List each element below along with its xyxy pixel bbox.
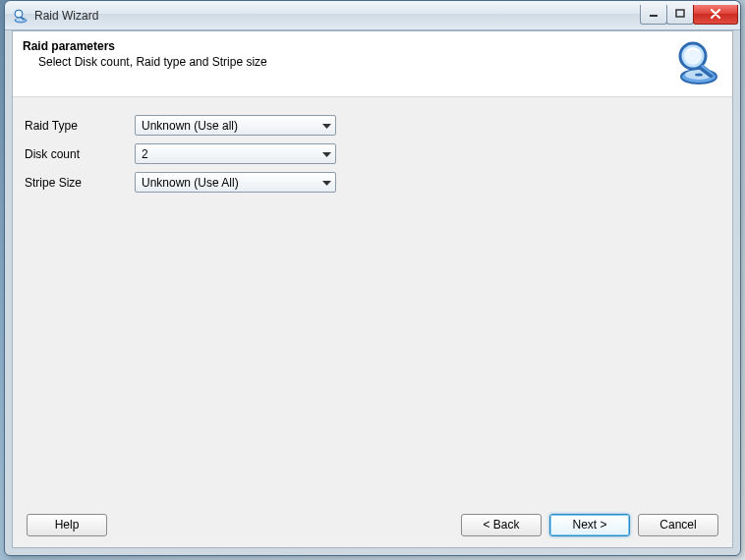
- chevron-down-icon: [322, 176, 331, 190]
- wizard-body: Raid Type Unknown (Use all) Disk count 2: [13, 97, 732, 502]
- raid-type-label: Raid Type: [25, 119, 135, 133]
- svg-point-3: [16, 11, 21, 16]
- disk-count-select[interactable]: 2: [135, 143, 336, 164]
- stripe-size-select[interactable]: Unknown (Use All): [135, 172, 336, 193]
- page-subtitle: Select Disk count, Raid type and Stripe …: [38, 55, 667, 69]
- raid-type-select[interactable]: Unknown (Use all): [135, 115, 336, 136]
- raid-type-value: Unknown (Use all): [142, 119, 238, 133]
- svg-rect-5: [650, 15, 658, 17]
- cancel-button[interactable]: Cancel: [638, 514, 718, 536]
- window-controls: [641, 5, 738, 25]
- titlebar[interactable]: Raid Wizard: [5, 1, 740, 30]
- next-button[interactable]: Next >: [549, 514, 630, 536]
- raid-type-row: Raid Type Unknown (Use all): [25, 115, 720, 136]
- disk-count-label: Disk count: [25, 147, 135, 161]
- stripe-size-row: Stripe Size Unknown (Use All): [25, 172, 720, 193]
- window-title: Raid Wizard: [34, 9, 98, 23]
- help-button[interactable]: Help: [27, 514, 107, 536]
- wizard-footer: Help < Back Next > Cancel: [13, 502, 732, 547]
- app-icon: [13, 8, 29, 24]
- svg-point-9: [695, 73, 703, 76]
- disk-count-value: 2: [142, 147, 148, 161]
- svg-point-11: [684, 47, 702, 65]
- maximize-button[interactable]: [666, 5, 694, 25]
- wizard-window: Raid Wizard Raid parameters Select Disk …: [4, 0, 741, 556]
- magnifier-disc-icon: [675, 39, 722, 86]
- svg-rect-6: [676, 10, 684, 17]
- chevron-down-icon: [322, 119, 331, 133]
- stripe-size-label: Stripe Size: [25, 176, 135, 190]
- disk-count-row: Disk count 2: [25, 143, 720, 164]
- wizard-header: Raid parameters Select Disk count, Raid …: [13, 31, 732, 97]
- minimize-button[interactable]: [640, 5, 667, 25]
- close-button[interactable]: [693, 5, 738, 25]
- page-title: Raid parameters: [23, 39, 667, 53]
- back-button[interactable]: < Back: [461, 514, 542, 536]
- chevron-down-icon: [322, 147, 331, 161]
- client-area: Raid parameters Select Disk count, Raid …: [12, 30, 733, 548]
- stripe-size-value: Unknown (Use All): [142, 176, 239, 190]
